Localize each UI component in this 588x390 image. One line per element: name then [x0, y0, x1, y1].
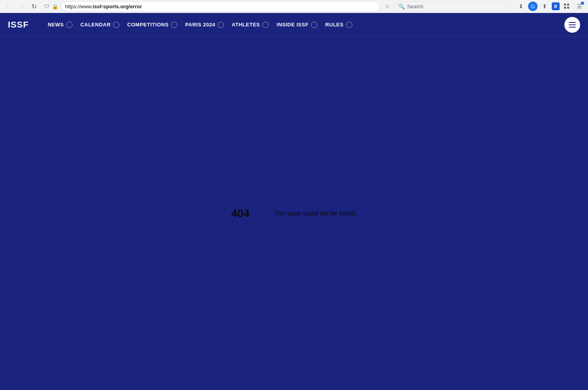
website: ISSF NEWS CALENDAR COMPETITIONS PARIS 20… — [0, 13, 588, 390]
nav-label-paris2024: PARIS 2024 — [185, 22, 215, 28]
brand-logo[interactable]: ISSF — [8, 20, 29, 30]
browser-chrome: ← → ↻ 🛡 🔒 https://www.issf-sports.org/er… — [0, 0, 588, 13]
nav-circle-paris2024 — [218, 22, 224, 28]
profile-button[interactable]: G — [528, 2, 538, 11]
search-bar[interactable]: 🔍 Search — [394, 1, 512, 11]
nav-label-news: NEWS — [48, 22, 64, 28]
back-button[interactable]: ← — [3, 1, 14, 12]
navbar: ISSF NEWS CALENDAR COMPETITIONS PARIS 20… — [0, 13, 588, 37]
security-icons: 🛡 🔒 — [43, 2, 59, 10]
nav-item-athletes[interactable]: ATHLETES — [229, 20, 272, 30]
nav-circle-calendar — [113, 22, 119, 28]
shield-icon: 🛡 — [43, 2, 50, 10]
error-message: This page could not be found. — [274, 210, 357, 217]
grid-app-switcher[interactable] — [561, 1, 572, 12]
nav-circle-inside-issf — [311, 22, 317, 28]
browser-actions: ⬇ G ⬆ B ☰ — [515, 1, 585, 12]
nav-item-calendar[interactable]: CALENDAR — [77, 20, 123, 30]
nav-circle-athletes — [262, 22, 269, 28]
error-container: 404 This page could not be found. — [231, 206, 357, 221]
nav-label-competitions: COMPETITIONS — [127, 22, 169, 28]
nav-circle-news — [66, 22, 73, 28]
nav-item-news[interactable]: NEWS — [45, 20, 76, 30]
nav-item-rules[interactable]: RULES — [322, 20, 355, 30]
nav-circle-rules — [346, 22, 352, 28]
search-icon: 🔍 — [398, 4, 405, 9]
hamburger-icon — [569, 22, 576, 28]
navbar-nav: NEWS CALENDAR COMPETITIONS PARIS 2024 AT… — [45, 20, 564, 30]
nav-label-inside-issf: INSIDE ISSF — [277, 22, 309, 28]
reload-button[interactable]: ↻ — [28, 1, 39, 12]
nav-item-inside-issf[interactable]: INSIDE ISSF — [274, 20, 320, 30]
browser-nav-buttons: ← → ↻ — [3, 1, 39, 12]
error-code: 404 — [231, 207, 258, 220]
nav-label-athletes: ATHLETES — [232, 22, 260, 28]
bitwarden-extension-button[interactable]: B — [552, 2, 560, 10]
forward-button[interactable]: → — [16, 1, 27, 12]
download-button[interactable]: ⬇ — [515, 1, 527, 12]
nav-label-rules: RULES — [325, 22, 344, 28]
nav-item-paris2024[interactable]: PARIS 2024 — [182, 20, 227, 30]
lock-icon: 🔒 — [51, 2, 59, 10]
nav-label-calendar: CALENDAR — [80, 22, 111, 28]
notification-button[interactable]: ☰ — [574, 1, 585, 12]
hamburger-menu-button[interactable] — [564, 17, 580, 33]
grid-icon — [564, 4, 569, 9]
address-bar[interactable]: https://www.issf-sports.org/error — [61, 1, 380, 11]
search-label: Search — [407, 4, 423, 9]
nav-circle-competitions — [171, 22, 177, 28]
nav-item-competitions[interactable]: COMPETITIONS — [124, 20, 180, 30]
bookmark-button[interactable]: ☆ — [381, 1, 393, 12]
url-display: https://www.issf-sports.org/error — [65, 4, 142, 9]
error-divider — [265, 206, 266, 221]
share-button[interactable]: ⬆ — [539, 1, 550, 12]
main-content: 404 This page could not be found. — [0, 37, 588, 390]
